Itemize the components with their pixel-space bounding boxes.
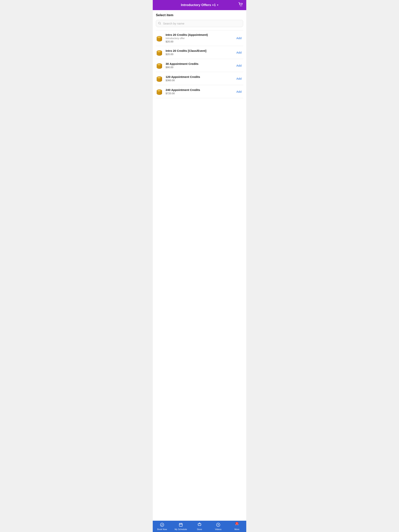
my-schedule-label: My Schedule xyxy=(174,528,187,531)
item-name: 30 Appointment Credits xyxy=(166,62,233,65)
more-label: More xyxy=(234,528,239,531)
search-input[interactable] xyxy=(156,20,243,27)
add-button[interactable]: Add xyxy=(235,36,243,40)
chevron-down-icon: ▾ xyxy=(217,4,218,6)
nav-item-my-schedule[interactable]: My Schedule xyxy=(171,521,190,532)
item-name: 120 Appointment Credits xyxy=(166,75,233,78)
item-name: 240 Appointment Credits xyxy=(166,88,233,92)
item-info: 30 Appointment Credits $90.00 xyxy=(166,62,233,69)
svg-rect-5 xyxy=(179,523,182,526)
item-price: $90.00 xyxy=(166,66,233,69)
store-label: Store xyxy=(197,528,202,531)
add-button[interactable]: Add xyxy=(235,63,243,68)
coin-stack-icon xyxy=(156,88,163,95)
add-button[interactable]: Add xyxy=(235,76,243,81)
item-list: Intro 20 Credits (Appointment) Introduct… xyxy=(156,30,243,98)
add-button[interactable]: Add xyxy=(235,50,243,55)
coin-stack-icon xyxy=(156,34,163,42)
header: Introductory Offers +1 ▾ xyxy=(153,0,246,10)
nav-item-more[interactable]: 1 More xyxy=(228,521,246,532)
coin-stack-icon xyxy=(156,49,163,56)
nav-item-store[interactable]: Store xyxy=(190,521,209,532)
svg-point-1 xyxy=(242,6,242,6)
page-title: Select item xyxy=(156,13,243,17)
cart-icon[interactable] xyxy=(238,2,243,8)
coin-stack-icon xyxy=(156,62,163,69)
videos-icon xyxy=(216,523,220,527)
nav-badge: 1 xyxy=(235,522,238,525)
item-info: 120 Appointment Credits $360.00 xyxy=(166,75,233,82)
list-item: 30 Appointment Credits $90.00 Add xyxy=(156,59,243,72)
svg-point-0 xyxy=(240,6,241,6)
main-content: Select item Intro 20 Credits (Appointmen… xyxy=(153,10,246,521)
list-item: 240 Appointment Credits $720.00 Add xyxy=(156,85,243,98)
list-item: 120 Appointment Credits $360.00 Add xyxy=(156,72,243,85)
item-price: $20.00 xyxy=(166,40,233,43)
item-name: Intro 20 Credits (Appointment) xyxy=(166,33,233,36)
store-icon xyxy=(197,523,202,527)
item-name: Intro 20 Credits [Class/Event] xyxy=(166,49,233,52)
search-icon xyxy=(158,22,161,25)
book-now-label: Book Now xyxy=(157,528,167,531)
add-button[interactable]: Add xyxy=(235,89,243,94)
svg-line-3 xyxy=(160,24,161,24)
item-subtitle: Introductory offer xyxy=(166,37,233,40)
nav-item-videos[interactable]: Videos xyxy=(209,521,228,532)
list-item: Intro 20 Credits [Class/Event] $20.00 Ad… xyxy=(156,46,243,59)
bottom-nav: Book Now My Schedule Store Videos 1 xyxy=(153,521,246,532)
coin-stack-icon xyxy=(156,75,163,82)
svg-point-4 xyxy=(160,523,164,526)
header-title[interactable]: Introductory Offers +1 ▾ xyxy=(181,3,218,7)
videos-label: Videos xyxy=(215,528,221,531)
header-title-text: Introductory Offers +1 xyxy=(181,3,216,7)
search-container xyxy=(156,20,243,27)
my-schedule-icon xyxy=(179,523,183,527)
item-price: $360.00 xyxy=(166,79,233,82)
item-info: Intro 20 Credits [Class/Event] $20.00 xyxy=(166,49,233,56)
item-price: $720.00 xyxy=(166,92,233,95)
item-info: 240 Appointment Credits $720.00 xyxy=(166,88,233,95)
item-price: $20.00 xyxy=(166,53,233,56)
item-info: Intro 20 Credits (Appointment) Introduct… xyxy=(166,33,233,43)
nav-item-book-now[interactable]: Book Now xyxy=(153,521,171,532)
list-item: Intro 20 Credits (Appointment) Introduct… xyxy=(156,30,243,46)
book-now-icon xyxy=(160,523,164,527)
